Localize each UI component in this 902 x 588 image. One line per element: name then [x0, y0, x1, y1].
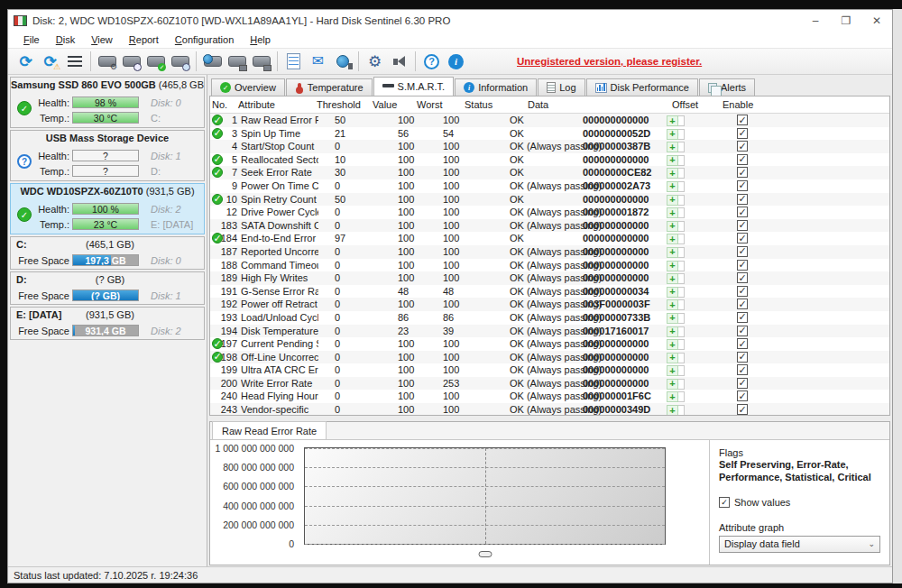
- menu-item-view[interactable]: View: [83, 32, 121, 47]
- offset-plus-button[interactable]: +: [667, 195, 678, 206]
- disk-card-0[interactable]: Samsung SSD 860 EVO 500GB (465,8 GB)✓Hea…: [10, 77, 205, 128]
- smart-row-191[interactable]: 191G-Sense Error Rate04848OK (Always pas…: [210, 285, 889, 299]
- attribute-graph-dropdown[interactable]: Display data field ⌄: [719, 536, 880, 553]
- disk-card-2[interactable]: WDC WD10SPZX-60Z10T0 (931,5 GB)✓Health:1…: [10, 183, 205, 234]
- refresh-icon[interactable]: ⟳: [14, 51, 38, 72]
- enable-checkbox[interactable]: ✓: [737, 220, 748, 231]
- disk-globe-icon[interactable]: [200, 51, 225, 72]
- menu-item-file[interactable]: File: [15, 32, 48, 47]
- enable-checkbox[interactable]: ✓: [737, 128, 748, 139]
- partition-card-2[interactable]: E: [DATA](931,5 GB)Free Space931,4 GBDis…: [10, 307, 205, 340]
- smart-row-198[interactable]: ✓198Off-Line Uncorrectable ...0100100OK …: [210, 351, 889, 364]
- enable-checkbox[interactable]: ✓: [737, 404, 748, 415]
- tab-overview[interactable]: ✓Overview: [211, 78, 285, 96]
- partition-card-1[interactable]: D:(? GB)Free Space(? GB)Disk: 1: [10, 271, 205, 305]
- enable-checkbox[interactable]: ✓: [737, 141, 748, 152]
- enable-checkbox[interactable]: ✓: [737, 312, 748, 323]
- offset-plus-button[interactable]: +: [667, 273, 678, 284]
- offset-plus-button[interactable]: +: [667, 391, 678, 402]
- offset-plus-button[interactable]: +: [667, 142, 678, 152]
- smart-row-200[interactable]: 200Write Error Rate0100253OK (Always pas…: [210, 377, 889, 390]
- tab-information[interactable]: iInformation: [455, 78, 537, 96]
- enable-checkbox[interactable]: ✓: [737, 286, 748, 297]
- disk-gear-icon[interactable]: ⚙: [95, 51, 119, 72]
- smart-row-240[interactable]: 240Head Flying Hours0100100OK (Always pa…: [210, 390, 889, 403]
- speaker-icon[interactable]: [387, 51, 411, 72]
- smart-row-243[interactable]: 243Vendor-specific0100100OK (Always pass…: [210, 403, 889, 416]
- disk-plug-icon[interactable]: [225, 51, 249, 72]
- offset-plus-button[interactable]: +: [667, 261, 678, 271]
- tab-s-m-a-r-t-[interactable]: S.M.A.R.T.: [373, 77, 455, 96]
- graph-scrollbar-thumb[interactable]: [478, 551, 492, 557]
- report-settings-icon[interactable]: [62, 51, 87, 72]
- disk-clock-icon[interactable]: [119, 51, 143, 72]
- enable-checkbox[interactable]: ✓: [737, 194, 748, 205]
- smart-row-183[interactable]: 183SATA Downshift Count0100100OK (Always…: [210, 219, 889, 233]
- smart-row-184[interactable]: ✓184End-to-End Error Count97100100OK0000…: [210, 232, 889, 245]
- enable-checkbox[interactable]: ✓: [737, 378, 748, 389]
- offset-plus-button[interactable]: +: [667, 181, 678, 192]
- enable-checkbox[interactable]: ✓: [737, 390, 748, 401]
- smart-row-4[interactable]: 4Start/Stop Count0100100OK (Always passi…: [210, 140, 889, 153]
- enable-checkbox[interactable]: ✓: [737, 299, 748, 309]
- offset-plus-button[interactable]: +: [667, 168, 678, 179]
- disk-card-1[interactable]: USB Mass Storage Device ?Health:?Disk: 1…: [10, 130, 205, 181]
- smart-row-199[interactable]: 199Ultra ATA CRC Error Co...0100100OK (A…: [210, 363, 889, 377]
- offset-plus-button[interactable]: +: [667, 287, 678, 298]
- smart-row-9[interactable]: 9Power On Time Count0100100OK (Always pa…: [210, 179, 889, 193]
- graph-tab-raw-read-error-rate[interactable]: Raw Read Error Rate: [212, 421, 327, 439]
- tab-disk-performance[interactable]: Disk Performance: [586, 78, 698, 96]
- offset-plus-button[interactable]: +: [667, 339, 678, 350]
- enable-checkbox[interactable]: ✓: [737, 272, 748, 283]
- offset-plus-button[interactable]: +: [667, 221, 678, 232]
- email-icon[interactable]: ✉: [306, 51, 330, 72]
- smart-row-189[interactable]: 189High Fly Writes0100100OK (Always pass…: [210, 271, 889, 285]
- register-link[interactable]: Unregistered version, please register.: [517, 56, 702, 67]
- menu-item-help[interactable]: Help: [242, 32, 279, 47]
- report-list-icon[interactable]: [281, 51, 306, 72]
- offset-plus-button[interactable]: +: [667, 115, 678, 126]
- smart-row-192[interactable]: 192Power off Retract Cycle ...0100100OK …: [210, 298, 889, 311]
- help-icon[interactable]: ?: [419, 51, 444, 72]
- menu-item-disk[interactable]: Disk: [48, 32, 83, 47]
- smart-row-10[interactable]: ✓10Spin Retry Count50100100OK00000000000…: [210, 193, 889, 207]
- offset-plus-button[interactable]: +: [667, 313, 678, 324]
- enable-checkbox[interactable]: ✓: [737, 260, 748, 271]
- smart-row-12[interactable]: 12Drive Power Cycle Count0100100OK (Alwa…: [210, 206, 889, 219]
- disk-check-icon[interactable]: ✓: [143, 51, 168, 72]
- smart-row-7[interactable]: ✓7Seek Error Rate30100100OK00000000CE82−…: [210, 166, 889, 179]
- enable-checkbox[interactable]: ✓: [737, 352, 748, 363]
- enable-checkbox[interactable]: ✓: [737, 364, 748, 375]
- smart-row-188[interactable]: 188Command Timeout0100100OK (Always pass…: [210, 259, 889, 272]
- menu-item-report[interactable]: Report: [121, 32, 167, 47]
- tab-temperature[interactable]: Temperature: [286, 78, 373, 96]
- tab-log[interactable]: Log: [538, 78, 584, 96]
- show-values-checkbox[interactable]: ✓: [719, 497, 730, 508]
- offset-plus-button[interactable]: +: [667, 247, 678, 258]
- offset-plus-button[interactable]: +: [667, 405, 678, 416]
- offset-plus-button[interactable]: +: [667, 299, 678, 310]
- offset-plus-button[interactable]: +: [667, 365, 678, 376]
- menu-item-configuration[interactable]: Configuration: [167, 32, 242, 47]
- offset-plus-button[interactable]: +: [667, 326, 678, 337]
- enable-checkbox[interactable]: ✓: [737, 180, 748, 191]
- offset-plus-button[interactable]: +: [667, 379, 678, 390]
- close-button[interactable]: ✕: [861, 11, 892, 31]
- offset-plus-button[interactable]: +: [667, 353, 678, 363]
- enable-checkbox[interactable]: ✓: [737, 326, 748, 336]
- minimize-button[interactable]: –: [800, 11, 831, 31]
- enable-checkbox[interactable]: ✓: [737, 167, 748, 178]
- information-icon[interactable]: i: [444, 51, 468, 72]
- maximize-button[interactable]: ❐: [831, 11, 861, 31]
- smart-row-193[interactable]: 193Load/Unload Cycle Cou...08686OK (Alwa…: [210, 311, 889, 325]
- enable-checkbox[interactable]: ✓: [737, 115, 748, 125]
- tab-alerts[interactable]: Alerts: [699, 78, 755, 96]
- globe-speaker-icon[interactable]: [330, 51, 354, 72]
- enable-checkbox[interactable]: ✓: [737, 246, 748, 257]
- enable-checkbox[interactable]: ✓: [737, 233, 748, 243]
- smart-row-194[interactable]: 194Disk Temperature02339OK (Always passi…: [210, 325, 889, 338]
- smart-row-197[interactable]: ✓197Current Pending Sector...0100100OK (…: [210, 337, 889, 351]
- disk-search-icon[interactable]: [168, 51, 192, 72]
- smart-row-5[interactable]: ✓5Reallocated Sectors Co...10100100OK000…: [210, 153, 889, 167]
- disk-cart-icon[interactable]: [249, 51, 273, 72]
